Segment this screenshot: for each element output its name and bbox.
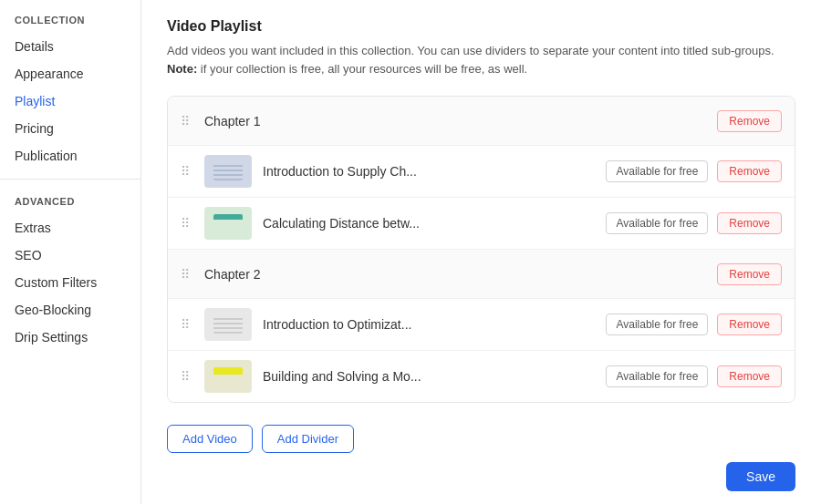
- sidebar-item-publication[interactable]: Publication: [0, 142, 140, 170]
- free-badge: Available for free: [606, 160, 708, 182]
- page-description: Add videos you want included in this col…: [167, 42, 795, 77]
- sidebar-item-custom-filters[interactable]: Custom Filters: [0, 269, 140, 296]
- main-content: Video Playlist Add videos you want inclu…: [141, 0, 821, 504]
- sidebar-item-details[interactable]: Details: [0, 33, 140, 60]
- video-title: Introduction to Supply Ch...: [263, 164, 606, 179]
- video-title: Introduction to Optimizat...: [263, 317, 606, 332]
- video-thumbnail: [204, 155, 252, 188]
- remove-video-1-button[interactable]: Remove: [717, 160, 782, 182]
- sidebar-item-playlist[interactable]: Playlist: [0, 87, 140, 115]
- sidebar-item-pricing[interactable]: Pricing: [0, 115, 140, 142]
- free-badge-text: Available for free: [616, 370, 698, 383]
- video-title: Calculating Distance betw...: [263, 216, 606, 231]
- sidebar-item-seo[interactable]: SEO: [0, 242, 140, 269]
- free-badge-text: Available for free: [616, 318, 698, 331]
- table-row: ⠿ Building and Solving a Mo... Available…: [168, 351, 795, 402]
- remove-video-3-button[interactable]: Remove: [717, 314, 782, 335]
- drag-handle-icon[interactable]: ⠿: [181, 369, 195, 384]
- chapter-title: Chapter 1: [204, 114, 717, 129]
- table-row: ⠿ Introduction to Optimizat... Available…: [168, 299, 795, 351]
- free-badge-text: Available for free: [616, 217, 698, 230]
- video-thumbnail: [204, 360, 252, 393]
- free-badge: Available for free: [606, 212, 708, 234]
- free-badge-text: Available for free: [616, 165, 698, 178]
- free-badge: Available for free: [606, 314, 708, 335]
- advanced-section-title: ADVANCED: [0, 189, 140, 214]
- page-title: Video Playlist: [167, 18, 795, 35]
- video-thumbnail: [204, 207, 252, 240]
- free-badge: Available for free: [606, 365, 708, 387]
- remove-video-4-button[interactable]: Remove: [717, 365, 782, 387]
- bottom-actions: Add Video Add Divider: [167, 421, 795, 453]
- sidebar-item-geo-blocking[interactable]: Geo-Blocking: [0, 296, 140, 324]
- add-divider-button[interactable]: Add Divider: [262, 425, 354, 453]
- playlist-container: ⠿ Chapter 1 Remove ⠿ Introduction to Sup…: [167, 96, 795, 403]
- table-row: ⠿ Calculating Distance betw... Available…: [168, 198, 795, 250]
- drag-handle-icon[interactable]: ⠿: [181, 164, 195, 179]
- sidebar-item-extras[interactable]: Extras: [0, 214, 140, 242]
- drag-handle-icon[interactable]: ⠿: [181, 267, 195, 282]
- table-row: ⠿ Chapter 1 Remove: [168, 97, 795, 146]
- save-button[interactable]: Save: [726, 462, 795, 491]
- table-row: ⠿ Introduction to Supply Ch... Available…: [168, 146, 795, 198]
- table-row: ⠿ Chapter 2 Remove: [168, 250, 795, 299]
- remove-chapter-1-button[interactable]: Remove: [717, 110, 782, 132]
- bottom-left-actions: Add Video Add Divider: [167, 425, 354, 453]
- sidebar: COLLECTION Details Appearance Playlist P…: [0, 0, 141, 504]
- remove-chapter-2-button[interactable]: Remove: [717, 263, 782, 285]
- collection-section-title: COLLECTION: [0, 11, 140, 33]
- page-desc-text: Add videos you want included in this col…: [167, 44, 774, 57]
- chapter-title: Chapter 2: [204, 267, 717, 282]
- sidebar-item-appearance[interactable]: Appearance: [0, 60, 140, 87]
- page-desc-note: if your collection is free, all your res…: [201, 62, 527, 76]
- drag-handle-icon[interactable]: ⠿: [181, 317, 195, 332]
- page-desc-note-label: Note:: [167, 62, 197, 76]
- drag-handle-icon[interactable]: ⠿: [181, 216, 195, 231]
- remove-video-2-button[interactable]: Remove: [717, 212, 782, 234]
- sidebar-divider: [0, 179, 140, 180]
- drag-handle-icon[interactable]: ⠿: [181, 114, 195, 129]
- video-title: Building and Solving a Mo...: [263, 369, 606, 384]
- sidebar-item-drip-settings[interactable]: Drip Settings: [0, 324, 140, 351]
- add-video-button[interactable]: Add Video: [167, 425, 253, 453]
- video-thumbnail: [204, 308, 252, 341]
